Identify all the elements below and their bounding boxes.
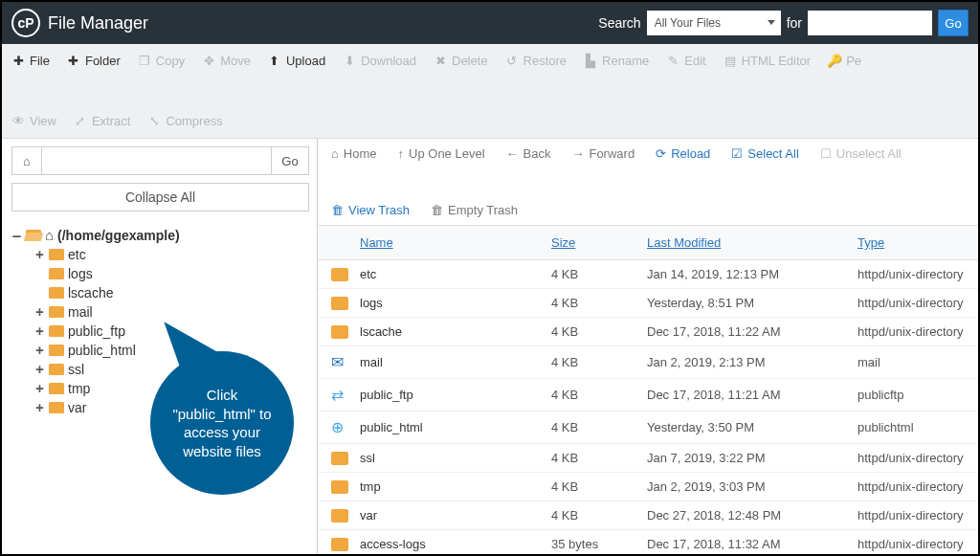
cell-type: publicftp: [858, 388, 965, 402]
html-editor-icon: ▤: [724, 55, 737, 68]
cell-lastmodified: Dec 17, 2018, 11:21 AM: [647, 388, 858, 402]
rename-button[interactable]: ▙Rename: [584, 48, 649, 74]
key-icon: 🔑: [828, 55, 841, 68]
table-header: Name Size Last Modified Type: [318, 226, 978, 260]
cell-size: 4 KB: [551, 508, 647, 523]
col-lastmodified-header[interactable]: Last Modified: [647, 235, 858, 250]
path-home-button[interactable]: ⌂: [11, 146, 42, 175]
tree-node-label: logs: [68, 266, 93, 281]
tree-expand-icon[interactable]: +: [34, 400, 45, 415]
cell-lastmodified: Yesterday, 3:50 PM: [647, 420, 858, 434]
app-header: cP File Manager Search All Your Files fo…: [2, 2, 978, 44]
folder-icon: [331, 297, 348, 310]
cell-lastmodified: Yesterday, 8:51 PM: [647, 296, 858, 310]
delete-button[interactable]: ✖Delete: [434, 48, 488, 74]
root-path-label: (/home/ggexample): [57, 228, 180, 243]
ct-forward-button[interactable]: →Forward: [571, 146, 635, 161]
trash-icon: 🗑: [331, 203, 344, 217]
cell-size: 4 KB: [551, 420, 647, 434]
col-name-header[interactable]: Name: [360, 235, 551, 250]
ct-reload-button[interactable]: ⟳Reload: [656, 146, 710, 161]
folder-tree: – ⌂ (/home/ggexample) +etclogslscache+ma…: [11, 225, 309, 417]
tree-node-ssl[interactable]: +ssl: [34, 360, 309, 379]
upload-button[interactable]: ⬆Upload: [268, 48, 325, 74]
tree-expand-icon[interactable]: +: [34, 247, 45, 262]
permissions-button[interactable]: 🔑Pe: [828, 48, 861, 74]
cell-name: mail: [360, 355, 551, 369]
download-button[interactable]: ⬇Download: [343, 48, 416, 74]
compress-button[interactable]: ⤡Compress: [147, 108, 222, 134]
cell-name: var: [360, 508, 551, 523]
folder-open-icon: [26, 230, 41, 241]
uncheck-icon: ☐: [820, 146, 832, 161]
col-size-header[interactable]: Size: [551, 235, 647, 250]
tree-node-public_html[interactable]: +public_html: [34, 341, 309, 360]
ct-emptytrash-button[interactable]: 🗑Empty Trash: [431, 203, 518, 217]
folder-icon: [331, 538, 348, 551]
new-folder-button[interactable]: ✚Folder: [67, 48, 121, 74]
path-input[interactable]: [42, 146, 271, 175]
table-row[interactable]: logs4 KBYesterday, 8:51 PMhttpd/unix-dir…: [318, 289, 978, 318]
reload-icon: ⟳: [656, 146, 666, 161]
tree-node-logs[interactable]: logs: [34, 264, 309, 283]
extract-icon: ⤢: [74, 115, 87, 128]
tree-collapse-icon[interactable]: –: [11, 228, 22, 243]
restore-button[interactable]: ↺Restore: [505, 48, 568, 74]
cell-size: 4 KB: [551, 267, 647, 281]
tree-expand-icon[interactable]: +: [34, 362, 45, 377]
edit-button[interactable]: ✎Edit: [666, 48, 705, 74]
table-row[interactable]: ⊕public_html4 KBYesterday, 3:50 PMpublic…: [318, 411, 978, 444]
table-row[interactable]: var4 KBDec 27, 2018, 12:48 PMhttpd/unix-…: [318, 501, 978, 530]
html-editor-button[interactable]: ▤HTML Editor: [724, 48, 811, 74]
table-row[interactable]: lscache4 KBDec 17, 2018, 11:22 AMhttpd/u…: [318, 318, 978, 346]
ct-home-button[interactable]: ⌂Home: [331, 146, 377, 161]
tree-node-etc[interactable]: +etc: [34, 245, 309, 264]
view-button[interactable]: 👁View: [11, 108, 56, 134]
ct-viewtrash-button[interactable]: 🗑View Trash: [331, 203, 410, 217]
ct-back-button[interactable]: ←Back: [506, 146, 551, 161]
copy-button[interactable]: ❐Copy: [138, 48, 185, 74]
table-row[interactable]: ⇄public_ftp4 KBDec 17, 2018, 11:21 AMpub…: [318, 379, 978, 411]
col-type-header[interactable]: Type: [858, 235, 965, 250]
search-input[interactable]: [808, 11, 932, 35]
tree-node-label: public_html: [68, 343, 136, 358]
table-row[interactable]: etc4 KBJan 14, 2019, 12:13 PMhttpd/unix-…: [318, 260, 978, 289]
tree-node-mail[interactable]: +mail: [34, 302, 309, 322]
cell-size: 4 KB: [551, 324, 647, 339]
extract-button[interactable]: ⤢Extract: [74, 108, 130, 134]
main-area: ⌂ Go Collapse All – ⌂ (/home/ggexample) …: [2, 139, 978, 556]
tree-expand-icon[interactable]: +: [34, 381, 45, 396]
table-row[interactable]: access-logs35 bytesDec 17, 2018, 11:32 A…: [318, 530, 978, 556]
table-row[interactable]: ssl4 KBJan 7, 2019, 3:22 PMhttpd/unix-di…: [318, 444, 978, 473]
cell-lastmodified: Dec 17, 2018, 11:22 AM: [647, 324, 858, 339]
left-arrow-icon: ←: [506, 146, 519, 161]
cell-name: public_html: [360, 420, 551, 434]
content-toolbar: ⌂Home ↑Up One Level ←Back →Forward ⟳Relo…: [318, 139, 978, 226]
move-button[interactable]: ✥Move: [202, 48, 251, 74]
cell-type: httpd/unix-directory: [858, 296, 965, 310]
collapse-all-button[interactable]: Collapse All: [11, 183, 309, 211]
tree-expand-icon[interactable]: +: [34, 304, 45, 320]
tree-expand-icon[interactable]: +: [34, 323, 45, 339]
folder-icon: [49, 345, 64, 356]
tree-expand-icon[interactable]: +: [34, 343, 45, 358]
ct-selectall-button[interactable]: ☑Select All: [731, 146, 798, 161]
tree-node-lscache[interactable]: lscache: [34, 283, 309, 302]
search-scope-select[interactable]: All Your Files: [647, 11, 781, 35]
cell-size: 4 KB: [551, 451, 647, 465]
search-go-button[interactable]: Go: [938, 10, 969, 36]
ct-up-button[interactable]: ↑Up One Level: [398, 146, 485, 161]
tree-node-tmp[interactable]: +tmp: [34, 379, 309, 398]
table-row[interactable]: ✉mail4 KBJan 2, 2019, 2:13 PMmail: [318, 346, 978, 379]
for-label: for: [787, 15, 802, 31]
cell-lastmodified: Dec 27, 2018, 12:48 PM: [647, 508, 858, 523]
tree-node-var[interactable]: +var: [34, 398, 309, 417]
tree-node-public_ftp[interactable]: +public_ftp: [34, 322, 309, 341]
folder-icon: [331, 480, 348, 494]
table-row[interactable]: tmp4 KBJan 2, 2019, 3:03 PMhttpd/unix-di…: [318, 473, 978, 501]
path-go-button[interactable]: Go: [271, 146, 309, 175]
ct-unselectall-button[interactable]: ☐Unselect All: [820, 146, 902, 161]
tree-root[interactable]: – ⌂ (/home/ggexample): [11, 225, 309, 245]
cell-type: httpd/unix-directory: [858, 508, 965, 523]
new-file-button[interactable]: ✚File: [11, 48, 50, 74]
